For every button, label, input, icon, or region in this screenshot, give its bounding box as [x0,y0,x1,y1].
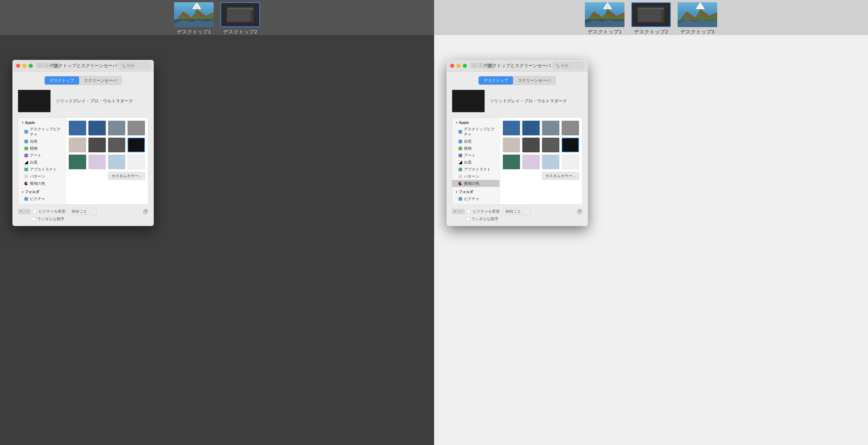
sidebar-icon-left-1 [24,140,28,143]
desktop-thumb-right-1[interactable]: デスクトップ1 [585,2,624,35]
swatch-right-8[interactable] [503,155,520,169]
forward-button-right[interactable]: › [478,63,484,68]
sidebar-plants-right[interactable]: 植物 [452,145,499,152]
tab-desktop-right[interactable]: デスクトップ [479,76,513,85]
back-button-right[interactable]: ‹ [471,63,477,68]
sidebar-icon-left-6 [24,175,28,178]
sidebar-pattern-right[interactable]: パターン [452,173,499,180]
sidebar-icon-right-3 [459,154,462,157]
interval-dropdown-right[interactable]: 30分ごと ⌄ [503,208,530,215]
swatch-left-2[interactable] [108,121,125,135]
sidebar-nature-left[interactable]: 自然 [18,138,65,145]
help-btn-left[interactable]: ? [143,209,148,214]
sidebar-bw-left[interactable]: 白黒 [18,159,65,166]
random-checkbox-right[interactable] [466,217,470,221]
plus-btn-left[interactable]: + [18,209,24,214]
color-grid-area-left: カスタムカラー... [66,118,148,204]
help-btn-right[interactable]: ? [577,209,583,214]
tab-screensaver-left[interactable]: スクリーンセーバ [79,76,122,85]
sidebar-solid-right[interactable]: 無地の色 [452,180,499,187]
color-grid-area-right: カスタムカラー... [500,118,582,204]
swatch-left-4[interactable] [69,138,86,152]
desktop-thumb-1[interactable]: デスクトップ1 [174,2,214,35]
sidebar-icon-right-5 [459,168,462,171]
minimize-button-left[interactable] [22,64,27,68]
right-panel: デスクトップ1 デスクトップ2 [434,0,868,445]
desktop-label-1: デスクトップ1 [177,29,211,35]
interval-dropdown-left[interactable]: 30分ごと ⌄ [69,208,97,215]
swatch-right-5[interactable] [522,138,540,152]
custom-color-btn-left[interactable]: カスタムカラー... [108,172,145,180]
sidebar-right: ▼ Apple デスクトップピクチャ 自然 植物 [452,118,500,204]
swatch-right-4[interactable] [503,138,520,152]
sidebar-pattern-left[interactable]: パターン [18,173,65,180]
minus-btn-left[interactable]: − [24,209,31,214]
sidebar-desktop-pictures-left[interactable]: デスクトップピクチャ [18,126,65,138]
swatch-left-10[interactable] [108,155,125,169]
back-button-left[interactable]: ‹ [37,63,43,68]
desktop-thumb-right-3[interactable]: デスクトップ3 [678,2,717,35]
search-box-left[interactable]: 🔍 検索 [119,62,150,69]
close-button-right[interactable] [450,64,454,68]
maximize-button-left[interactable] [29,64,33,68]
sidebar-icon-left-4 [24,161,28,164]
swatch-right-9[interactable] [522,155,540,169]
minimize-button-right[interactable] [457,64,461,68]
swatch-left-6[interactable] [108,138,125,152]
desktop-thumb-2[interactable]: デスクトップ2 [220,2,260,35]
swatch-left-11[interactable] [127,155,145,169]
swatch-left-9[interactable] [88,155,106,169]
sidebar-icon-right-4 [459,161,462,164]
search-icon-left: 🔍 [121,64,125,68]
sidebar-plants-left[interactable]: 植物 [18,145,65,152]
sidebar-desktop-pictures-right[interactable]: デスクトップピクチャ [452,126,499,138]
thumb-img-right-3 [678,2,717,27]
sidebar-icon-right-0 [459,130,462,134]
sidebar-bw-right[interactable]: 白黒 [452,159,499,166]
swatch-right-1[interactable] [522,121,540,135]
desktop-screensaver-window-right: ‹ › デスクトップとスクリーンセーバ 🔍 検索 [446,60,588,226]
swatch-right-11[interactable] [562,155,579,169]
sidebar-nature-right[interactable]: 自然 [452,138,499,145]
swatch-right-0[interactable] [503,121,520,135]
sidebar-pictures-left[interactable]: ピクチャ [18,195,65,202]
sidebar-solid-left[interactable]: 無地の色 [18,180,65,187]
desktops-bar-right: デスクトップ1 デスクトップ2 [434,0,868,35]
change-checkbox-right[interactable] [467,210,470,213]
desktop-label-right-3: デスクトップ3 [680,29,714,35]
minus-btn-right[interactable]: − [458,209,465,214]
swatch-right-2[interactable] [542,121,559,135]
swatch-right-7[interactable] [562,138,579,152]
window-title-left: デスクトップとスクリーンセーバ [49,63,117,69]
desktop-thumb-right-2[interactable]: デスクトップ2 [631,2,671,35]
forward-button-left[interactable]: › [44,63,50,68]
swatch-left-0[interactable] [69,121,86,135]
plus-btn-right[interactable]: + [452,209,458,214]
search-box-right[interactable]: 🔍 検索 [553,62,584,69]
custom-color-btn-right[interactable]: カスタムカラー... [542,172,579,180]
change-checkbox-left[interactable] [33,210,36,213]
maximize-button-right[interactable] [463,64,467,68]
random-checkbox-left[interactable] [32,217,35,221]
swatch-left-7[interactable] [127,138,145,152]
tab-screensaver-right[interactable]: スクリーンセーバ [513,76,556,85]
desktops-bar-left: デスクトップ1 デスクトップ2 [0,0,434,35]
close-button-left[interactable] [16,64,20,68]
titlebar-right: ‹ › デスクトップとスクリーンセーバ 🔍 検索 [446,60,588,72]
sidebar-pictures-right[interactable]: ピクチャ [452,195,499,202]
thumb-img-1 [174,2,214,27]
tab-desktop-left[interactable]: デスクトップ [45,76,79,85]
sidebar-art-left[interactable]: アート [18,152,65,159]
swatch-right-3[interactable] [562,121,579,135]
sidebar-icon-right-2 [459,147,462,150]
sidebar-art-right[interactable]: アート [452,152,499,159]
swatch-left-5[interactable] [88,138,106,152]
sidebar-abstract-right[interactable]: アブストラクト [452,166,499,173]
swatch-left-8[interactable] [69,155,86,169]
sidebar-icon-right-1 [459,140,462,143]
swatch-left-1[interactable] [88,121,106,135]
sidebar-abstract-left[interactable]: アブストラクト [18,166,65,173]
swatch-right-10[interactable] [542,155,559,169]
swatch-left-3[interactable] [127,121,145,135]
swatch-right-6[interactable] [542,138,559,152]
